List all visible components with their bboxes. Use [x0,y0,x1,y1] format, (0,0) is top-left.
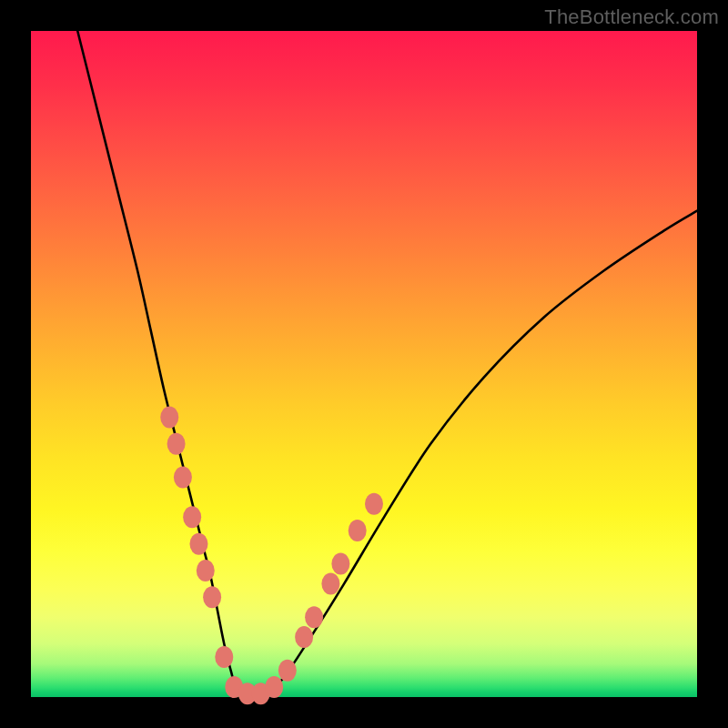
marker-dot [174,466,192,488]
marker-group [160,407,383,705]
marker-dot [265,676,283,698]
marker-dot [203,586,221,608]
chart-frame: TheBottleneck.com [0,0,728,728]
marker-dot [183,506,201,528]
curve-layer [31,31,697,697]
plot-area [31,31,697,697]
marker-dot [321,573,339,595]
marker-dot [197,560,215,581]
marker-dot [278,660,297,682]
marker-dot [295,626,313,648]
marker-dot [167,433,186,455]
marker-dot [189,533,207,555]
bottleneck-curve-path [77,31,697,699]
marker-dot [160,407,178,429]
marker-dot [215,646,233,668]
marker-dot [365,493,383,515]
watermark-text: TheBottleneck.com [544,5,719,29]
marker-dot [349,520,367,541]
marker-dot [331,553,349,575]
marker-dot [305,606,323,628]
